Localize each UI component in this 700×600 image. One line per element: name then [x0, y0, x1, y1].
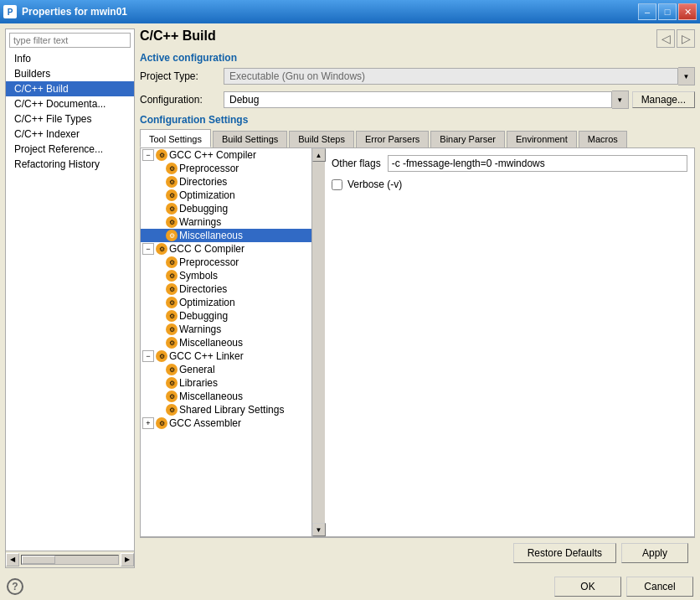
gear-icon-preprocessor-c: ⚙ — [166, 256, 178, 268]
scrollbar-track[interactable] — [21, 555, 119, 565]
tree-scroll-down-btn[interactable]: ▼ — [312, 523, 326, 536]
expand-gcc-linker-icon[interactable]: − — [142, 350, 154, 362]
configuration-value[interactable]: Debug — [224, 91, 612, 108]
tree-item-misc-c[interactable]: ⚙ Miscellaneous — [141, 336, 311, 349]
gear-icon-libraries-linker: ⚙ — [166, 377, 178, 389]
tree-item-gcc-cpp-linker[interactable]: − ⚙ GCC C++ Linker — [141, 349, 311, 363]
gear-icon-gcc-assembler: ⚙ — [156, 417, 167, 429]
tab-environment[interactable]: Environment — [507, 131, 577, 147]
other-flags-input[interactable] — [388, 155, 687, 172]
tree-item-preprocessor-c[interactable]: ⚙ Preprocessor — [141, 256, 311, 269]
sidebar-item-cpp-file-types[interactable]: C/C++ File Types — [6, 111, 134, 127]
tab-binary-parser[interactable]: Binary Parser — [430, 131, 505, 147]
nav-back-button[interactable]: ◁ — [656, 29, 675, 48]
tree-item-misc-cpp[interactable]: ⚙ Miscellaneous — [141, 229, 311, 242]
tree-item-directories-cpp[interactable]: ⚙ Directories — [141, 175, 311, 189]
tree-item-libraries-linker[interactable]: ⚙ Libraries — [141, 376, 311, 390]
tree-item-warnings-c[interactable]: ⚙ Warnings — [141, 323, 311, 336]
config-settings-label: Configuration Settings — [140, 114, 695, 126]
tree-item-symbols-c[interactable]: ⚙ Symbols — [141, 269, 311, 282]
tab-build-steps[interactable]: Build Steps — [289, 131, 354, 147]
nav-forward-button[interactable]: ▷ — [677, 29, 695, 48]
content-area: Info Builders C/C++ Build C/C++ Document… — [0, 23, 700, 573]
configuration-dropdown-icon[interactable]: ▼ — [612, 91, 629, 109]
project-type-row: Project Type: Executable (Gnu on Windows… — [140, 67, 695, 85]
maximize-button[interactable]: □ — [658, 3, 677, 20]
tree-item-preprocessor-cpp[interactable]: ⚙ Preprocessor — [141, 162, 311, 175]
tree-label-preprocessor-c: Preprocessor — [179, 256, 239, 268]
tree-item-optimization-cpp[interactable]: ⚙ Optimization — [141, 189, 311, 202]
tab-build-settings[interactable]: Build Settings — [213, 131, 287, 147]
tree-item-gcc-c-compiler[interactable]: − ⚙ GCC C Compiler — [141, 242, 311, 256]
sidebar-item-cpp-documenta[interactable]: C/C++ Documenta... — [6, 96, 134, 111]
tree-with-scroll: − ⚙ GCC C++ Compiler ⚙ Preprocessor — [141, 148, 325, 536]
tree-scroll-up-btn[interactable]: ▲ — [312, 148, 326, 162]
verbose-label: Verbose (-v) — [347, 178, 402, 190]
other-flags-label: Other flags — [332, 158, 381, 169]
tree-item-gcc-cpp-compiler[interactable]: − ⚙ GCC C++ Compiler — [141, 148, 311, 162]
help-icon[interactable]: ? — [7, 578, 23, 595]
gear-icon-directories-cpp: ⚙ — [166, 176, 178, 188]
very-bottom-bar: ? OK Cancel — [0, 573, 700, 600]
tab-error-parsers[interactable]: Error Parsers — [356, 131, 429, 147]
tree-label-warnings-c: Warnings — [179, 323, 221, 335]
sidebar: Info Builders C/C++ Build C/C++ Document… — [5, 28, 135, 568]
tree-item-debugging-c[interactable]: ⚙ Debugging — [141, 309, 311, 323]
sidebar-item-cpp-build[interactable]: C/C++ Build — [6, 81, 134, 96]
scrollbar-right-btn[interactable]: ▶ — [121, 553, 134, 566]
tree-item-warnings-cpp[interactable]: ⚙ Warnings — [141, 215, 311, 229]
expand-gcc-assembler-icon[interactable]: + — [142, 417, 154, 429]
main-window: Info Builders C/C++ Build C/C++ Document… — [0, 23, 700, 600]
tree-label-general-linker: General — [179, 364, 215, 375]
expand-gcc-c-icon[interactable]: − — [142, 243, 154, 255]
restore-defaults-button[interactable]: Restore Defaults — [513, 543, 616, 563]
bottom-right: Restore Defaults Apply — [513, 543, 688, 563]
tree-item-general-linker[interactable]: ⚙ General — [141, 363, 311, 376]
gear-icon-debugging-cpp: ⚙ — [166, 203, 178, 215]
tree-item-gcc-assembler[interactable]: + ⚙ GCC Assembler — [141, 416, 311, 430]
close-button[interactable]: ✕ — [678, 3, 697, 20]
sidebar-item-builders[interactable]: Builders — [6, 66, 134, 81]
tree-item-misc-linker[interactable]: ⚙ Miscellaneous — [141, 390, 311, 403]
tree-label-libraries-linker: Libraries — [179, 377, 218, 389]
cancel-button[interactable]: Cancel — [626, 577, 693, 597]
verbose-checkbox[interactable] — [332, 179, 342, 190]
ok-button[interactable]: OK — [554, 577, 621, 597]
sidebar-item-refactoring[interactable]: Refactoring History — [6, 157, 134, 172]
tree-item-shared-linker[interactable]: ⚙ Shared Library Settings — [141, 403, 311, 416]
tab-tool-settings[interactable]: Tool Settings — [140, 129, 211, 147]
gear-icon-optimization-cpp: ⚙ — [166, 189, 178, 201]
apply-button[interactable]: Apply — [621, 543, 688, 563]
scrollbar-thumb[interactable] — [22, 556, 55, 564]
tree-item-directories-c[interactable]: ⚙ Directories — [141, 282, 311, 296]
bottom-bar: Restore Defaults Apply — [140, 537, 695, 568]
tree-label-preprocessor-cpp: Preprocessor — [179, 163, 239, 174]
verbose-row: Verbose (-v) — [332, 178, 687, 190]
tree-label-debugging-c: Debugging — [179, 310, 228, 322]
tab-macros[interactable]: Macros — [579, 131, 627, 147]
expand-gcc-cpp-icon[interactable]: − — [142, 149, 154, 161]
sidebar-item-info[interactable]: Info — [6, 51, 134, 66]
gear-icon-optimization-c: ⚙ — [166, 297, 178, 308]
gear-icon-misc-cpp: ⚙ — [166, 230, 178, 241]
tree-label-debugging-cpp: Debugging — [179, 203, 228, 215]
tree-label-gcc-cpp-linker: GCC C++ Linker — [169, 350, 244, 362]
gear-icon-gcc-linker: ⚙ — [156, 350, 167, 362]
sidebar-item-cpp-indexer[interactable]: C/C++ Indexer — [6, 127, 134, 142]
filter-input[interactable] — [9, 33, 131, 48]
tree-label-directories-c: Directories — [179, 283, 227, 295]
gear-icon-misc-linker: ⚙ — [166, 391, 178, 402]
tree-label-misc-c: Miscellaneous — [179, 337, 243, 349]
tree-scroll: − ⚙ GCC C++ Compiler ⚙ Preprocessor — [141, 148, 311, 536]
manage-button[interactable]: Manage... — [632, 91, 695, 108]
tree-scroll-track[interactable] — [313, 162, 325, 523]
tree-scrollbar: ▲ ▼ — [311, 148, 325, 536]
gear-icon-directories-c: ⚙ — [166, 283, 178, 295]
sidebar-item-project-refs[interactable]: Project Reference... — [6, 142, 134, 157]
tree-item-debugging-cpp[interactable]: ⚙ Debugging — [141, 202, 311, 215]
scrollbar-left-btn[interactable]: ◀ — [6, 553, 19, 566]
tree-item-optimization-c[interactable]: ⚙ Optimization — [141, 296, 311, 309]
minimize-button[interactable]: – — [638, 3, 656, 20]
project-type-dropdown-icon[interactable]: ▼ — [678, 67, 695, 85]
gear-icon-warnings-c: ⚙ — [166, 323, 178, 335]
